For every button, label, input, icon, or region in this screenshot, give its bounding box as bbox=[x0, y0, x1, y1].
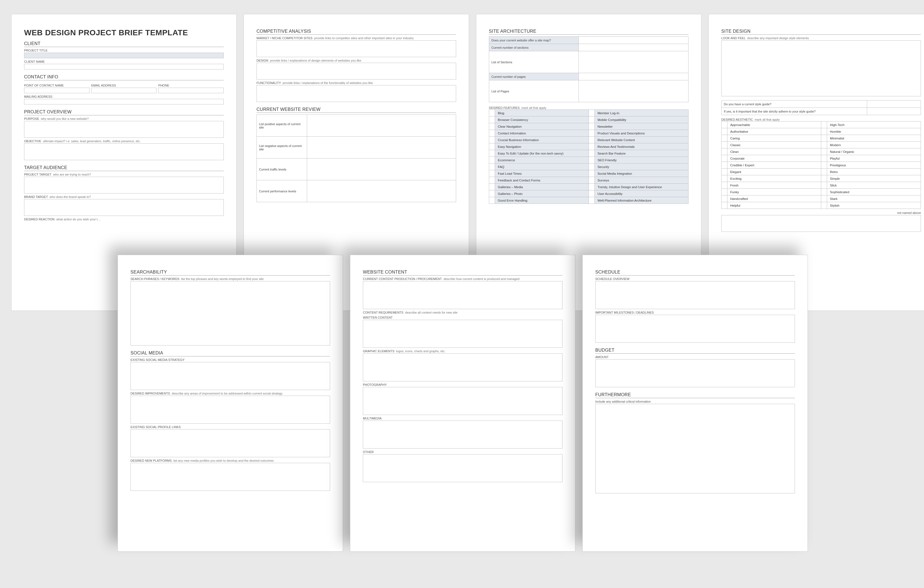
checkbox[interactable] bbox=[821, 202, 827, 209]
checkbox[interactable] bbox=[489, 123, 495, 130]
field-performance[interactable] bbox=[307, 180, 456, 202]
field-style-q2[interactable] bbox=[867, 108, 921, 115]
checkbox[interactable] bbox=[489, 150, 495, 157]
checkbox[interactable] bbox=[489, 184, 495, 190]
checkbox[interactable] bbox=[589, 150, 594, 157]
checkbox[interactable] bbox=[821, 195, 827, 202]
field-existing-strategy[interactable] bbox=[130, 362, 330, 390]
field-phone[interactable] bbox=[158, 88, 224, 93]
checkbox[interactable] bbox=[489, 130, 495, 137]
checkbox[interactable] bbox=[721, 155, 728, 162]
field-written[interactable] bbox=[363, 320, 563, 348]
field-traffic[interactable] bbox=[307, 159, 456, 180]
checkbox[interactable] bbox=[821, 149, 827, 155]
checkbox[interactable] bbox=[589, 190, 594, 197]
checkbox[interactable] bbox=[821, 122, 827, 128]
checkbox[interactable] bbox=[489, 137, 495, 144]
field-mailing[interactable] bbox=[24, 99, 224, 104]
checkbox[interactable] bbox=[489, 170, 495, 177]
field-improvements[interactable] bbox=[130, 396, 330, 424]
field-poc[interactable] bbox=[24, 88, 90, 93]
field-keywords[interactable] bbox=[130, 281, 330, 345]
checkbox[interactable] bbox=[589, 164, 594, 170]
checkbox[interactable] bbox=[589, 110, 594, 116]
checkbox[interactable] bbox=[589, 177, 594, 184]
field-multimedia[interactable] bbox=[363, 421, 563, 449]
checkbox[interactable] bbox=[721, 182, 728, 189]
field-client-name[interactable] bbox=[24, 64, 224, 69]
checkbox[interactable] bbox=[721, 162, 728, 168]
checkbox[interactable] bbox=[589, 130, 594, 137]
field-purpose[interactable] bbox=[24, 121, 224, 138]
field-sitemap[interactable] bbox=[579, 37, 688, 44]
checkbox[interactable] bbox=[721, 128, 728, 135]
checkbox[interactable] bbox=[821, 189, 827, 195]
feature-item: Simple bbox=[827, 175, 921, 182]
checkbox[interactable] bbox=[821, 135, 827, 142]
checkbox[interactable] bbox=[489, 197, 495, 204]
label-desired-reaction: DESIRED REACTION what action do you wish… bbox=[24, 218, 224, 221]
checkbox[interactable] bbox=[721, 149, 728, 155]
field-furthermore[interactable] bbox=[595, 404, 795, 493]
field-design[interactable] bbox=[256, 63, 456, 79]
field-objective[interactable] bbox=[24, 144, 224, 160]
field-graphic[interactable] bbox=[363, 353, 563, 382]
checkbox[interactable] bbox=[721, 175, 728, 182]
field-project-title[interactable] bbox=[24, 53, 224, 58]
field-photography[interactable] bbox=[363, 387, 563, 415]
checkbox[interactable] bbox=[489, 177, 495, 184]
checkbox[interactable] bbox=[489, 116, 495, 123]
field-new-platforms[interactable] bbox=[130, 463, 330, 491]
checkbox[interactable] bbox=[821, 175, 827, 182]
field-milestones[interactable] bbox=[595, 315, 795, 343]
checkbox[interactable] bbox=[489, 157, 495, 164]
field-email[interactable] bbox=[91, 88, 157, 93]
checkbox[interactable] bbox=[721, 122, 728, 128]
checkbox[interactable] bbox=[489, 144, 495, 150]
field-current-content[interactable] bbox=[363, 281, 563, 309]
field-market[interactable] bbox=[256, 40, 456, 57]
checkbox[interactable] bbox=[489, 110, 495, 116]
checkbox[interactable] bbox=[821, 162, 827, 168]
checkbox[interactable] bbox=[821, 155, 827, 162]
field-num-sections[interactable] bbox=[579, 44, 688, 51]
checkbox[interactable] bbox=[721, 189, 728, 195]
checkbox[interactable] bbox=[821, 128, 827, 135]
field-num-pages[interactable] bbox=[579, 73, 688, 80]
field-list-sections[interactable] bbox=[579, 51, 688, 73]
field-negative[interactable] bbox=[307, 137, 456, 159]
checkbox[interactable] bbox=[589, 137, 594, 144]
label-market: MARKET / NICHE COMPETITOR SITES provide … bbox=[256, 36, 456, 40]
field-not-named[interactable] bbox=[721, 215, 921, 232]
checkbox[interactable] bbox=[821, 142, 827, 149]
checkbox[interactable] bbox=[721, 202, 728, 209]
field-brand-target[interactable] bbox=[24, 199, 224, 216]
field-functionality[interactable] bbox=[256, 85, 456, 102]
field-look-and-feel[interactable] bbox=[721, 40, 921, 96]
field-project-target[interactable] bbox=[24, 177, 224, 193]
field-amount[interactable] bbox=[595, 359, 795, 387]
field-schedule-overview[interactable] bbox=[595, 281, 795, 309]
field-profile-links[interactable] bbox=[130, 429, 330, 457]
checkbox[interactable] bbox=[589, 197, 594, 204]
field-list-pages[interactable] bbox=[579, 80, 688, 102]
checkbox[interactable] bbox=[821, 182, 827, 189]
checkbox[interactable] bbox=[589, 116, 594, 123]
checkbox[interactable] bbox=[589, 170, 594, 177]
field-other[interactable] bbox=[363, 454, 563, 482]
checkbox[interactable] bbox=[589, 123, 594, 130]
checkbox[interactable] bbox=[589, 144, 594, 150]
checkbox[interactable] bbox=[589, 157, 594, 164]
feature-item: Ecommerce bbox=[495, 157, 589, 164]
field-style-q1[interactable] bbox=[867, 101, 921, 108]
checkbox[interactable] bbox=[589, 184, 594, 190]
checkbox[interactable] bbox=[721, 168, 728, 175]
checkbox[interactable] bbox=[489, 164, 495, 170]
checkbox[interactable] bbox=[721, 195, 728, 202]
label-new-platforms: DESIRED NEW PLATFORMS list any new media… bbox=[130, 459, 330, 462]
checkbox[interactable] bbox=[821, 168, 827, 175]
field-positive[interactable] bbox=[307, 115, 456, 137]
checkbox[interactable] bbox=[721, 135, 728, 142]
checkbox[interactable] bbox=[721, 142, 728, 149]
checkbox[interactable] bbox=[489, 190, 495, 197]
